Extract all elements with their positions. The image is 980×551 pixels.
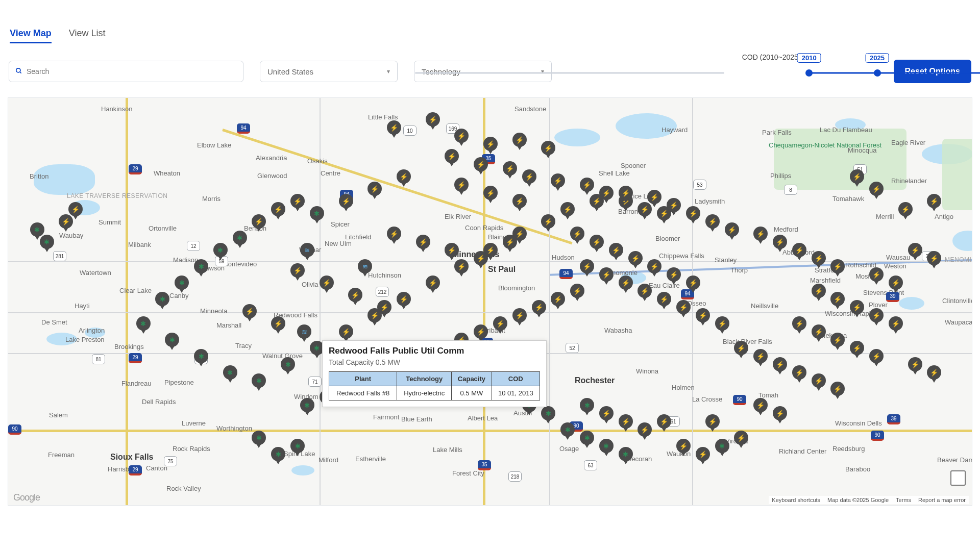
map-pin[interactable]: ⚡ [290, 263, 305, 282]
map-pin[interactable]: ⚡ [792, 243, 806, 261]
map-pin[interactable]: ✱ [252, 431, 266, 449]
map-pin[interactable]: ✱ [310, 206, 324, 224]
map-pin[interactable]: ⚡ [474, 157, 488, 176]
terms-link[interactable]: Terms [896, 497, 911, 503]
map-pin[interactable]: ⚡ [454, 178, 469, 196]
fullscreen-button[interactable] [950, 470, 966, 486]
map-pin[interactable]: ⚡ [377, 300, 391, 318]
map-pin[interactable]: ⚡ [570, 284, 584, 302]
map-pin[interactable]: ≋ [358, 259, 372, 278]
map-pin[interactable]: ⚡ [339, 194, 353, 212]
map-pin[interactable]: ⚡ [532, 300, 546, 318]
map-pin[interactable]: ⚡ [599, 406, 614, 424]
map-pin[interactable]: ⚡ [647, 190, 662, 208]
map-pin[interactable]: ⚡ [927, 251, 941, 269]
map-pin[interactable]: ✱ [194, 259, 208, 278]
map-pin[interactable]: ⚡ [869, 182, 884, 200]
map-pin[interactable]: ⚡ [686, 206, 700, 224]
map-pin[interactable]: ⚡ [869, 267, 884, 286]
map-pin[interactable]: ✱ [580, 431, 594, 449]
country-select[interactable]: United States ▾ [260, 61, 398, 82]
reset-button[interactable]: Reset Options [894, 60, 971, 83]
map-pin[interactable]: ⚡ [599, 267, 614, 286]
map-pin[interactable]: ⚡ [830, 333, 845, 351]
map-pin[interactable]: ✱ [252, 373, 266, 392]
map-pin[interactable]: ⚡ [812, 251, 826, 269]
map-pin[interactable]: ⚡ [445, 243, 459, 261]
map-pin[interactable]: ⚡ [638, 284, 652, 302]
map-pin[interactable]: ⚡ [416, 235, 430, 253]
map-pin[interactable]: ⚡ [927, 365, 941, 384]
map-pin[interactable]: ⚡ [869, 308, 884, 327]
map-pin[interactable]: ⚡ [667, 198, 681, 216]
map-pin[interactable]: ⚡ [898, 202, 913, 220]
map-pin[interactable]: ⚡ [609, 243, 623, 261]
map-pin[interactable]: ⚡ [271, 316, 285, 335]
map-pin[interactable]: ⚡ [657, 414, 671, 433]
map-pin[interactable]: ⚡ [686, 276, 700, 294]
map-pin[interactable]: ✱ [213, 243, 228, 261]
map-pin[interactable]: ⚡ [397, 169, 411, 188]
map-pin[interactable]: ⚡ [59, 214, 73, 233]
tab-view-map[interactable]: View Map [10, 28, 52, 43]
map-pin[interactable]: ⚡ [387, 120, 401, 139]
map-pin[interactable]: ⚡ [454, 129, 469, 147]
slider-thumb-min[interactable] [805, 69, 813, 77]
map-pin[interactable]: ⚡ [271, 202, 285, 220]
map-pin[interactable]: ⚡ [830, 382, 845, 400]
map-pin[interactable]: ⚡ [580, 178, 594, 196]
map-pin[interactable]: ⚡ [512, 308, 527, 327]
map-pin[interactable]: ⚡ [705, 414, 720, 433]
map-pin[interactable]: ⚡ [889, 276, 903, 294]
map-pin[interactable]: ⚡ [792, 316, 806, 335]
map-pin[interactable]: ⚡ [830, 259, 845, 278]
map-pin[interactable]: ⚡ [368, 182, 382, 200]
map-pin[interactable]: ⚡ [792, 365, 806, 384]
map-pin[interactable]: ⚡ [551, 292, 565, 310]
map-pin[interactable]: ≋ [300, 243, 314, 261]
map-pin[interactable]: ✱ [194, 349, 208, 367]
map-pin[interactable]: ✱ [541, 406, 555, 424]
map-pin[interactable]: ✱ [155, 292, 169, 310]
map-pin[interactable]: ⚡ [628, 251, 643, 269]
map-pin[interactable]: ⚡ [619, 276, 633, 294]
map-pin[interactable]: ✱ [281, 357, 295, 375]
map-pin[interactable]: ⚡ [560, 202, 575, 220]
cod-slider[interactable]: COD (2010~2025) 2010 2025 [568, 62, 877, 81]
map-pin[interactable]: ⚡ [812, 284, 826, 302]
map-pin[interactable]: ⚡ [753, 227, 768, 245]
map-pin[interactable]: ⚡ [676, 300, 691, 318]
map-pin[interactable]: ⚡ [512, 194, 527, 212]
map-pin[interactable]: ⚡ [290, 194, 305, 212]
map-pin[interactable]: ⚡ [812, 373, 826, 392]
map-pin[interactable]: ⚡ [869, 349, 884, 367]
slider-thumb-max[interactable] [874, 69, 881, 77]
map-pin[interactable]: ⚡ [667, 267, 681, 286]
map-canvas[interactable]: Minneapolis St Paul Sioux Falls Rocheste… [8, 97, 972, 506]
map-pin[interactable]: ⚡ [590, 194, 604, 212]
map-pin[interactable]: ⚡ [812, 324, 826, 343]
map-pin[interactable]: ⚡ [657, 292, 671, 310]
map-pin[interactable]: ⚡ [753, 349, 768, 367]
map-pin[interactable]: ⚡ [512, 133, 527, 151]
map-pin[interactable]: ⚡ [580, 259, 594, 278]
map-pin[interactable]: ⚡ [850, 300, 864, 318]
map-pin[interactable]: ⚡ [242, 304, 257, 322]
map-pin[interactable]: ⚡ [590, 235, 604, 253]
map-pin[interactable]: ✱ [165, 333, 179, 351]
map-pin[interactable]: ⚡ [705, 214, 720, 233]
map-pin[interactable]: ⚡ [454, 259, 469, 278]
map-pin[interactable]: ⚡ [348, 288, 362, 306]
map-pin[interactable]: ⚡ [474, 251, 488, 269]
map-pin[interactable]: ⚡ [426, 112, 440, 131]
map-pin[interactable]: ⚡ [397, 292, 411, 310]
map-pin[interactable]: ⚡ [541, 141, 555, 159]
search-input[interactable] [27, 67, 237, 76]
tab-view-list[interactable]: View List [69, 28, 106, 43]
map-pin[interactable]: ⚡ [850, 169, 864, 188]
map-pin[interactable]: ⚡ [908, 243, 922, 261]
map-pin[interactable]: ⚡ [696, 308, 710, 327]
map-pin[interactable]: ⚡ [725, 222, 739, 241]
map-pin[interactable]: ⚡ [522, 169, 536, 188]
map-pin[interactable]: ✱ [271, 447, 285, 465]
